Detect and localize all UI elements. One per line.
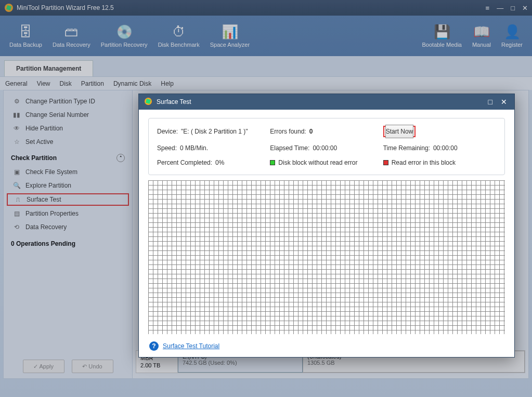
device-label: Device: — [157, 128, 178, 135]
elapsed-value: 00:00:00 — [313, 144, 337, 152]
start-now-button[interactable]: Start Now — [385, 125, 414, 138]
legend-err-label: Read error in this block — [392, 159, 456, 166]
dialog-logo-icon — [144, 97, 152, 107]
percent-value: 0% — [215, 159, 224, 166]
errors-label: Errors found: — [270, 128, 306, 135]
dialog-close-icon[interactable]: ✕ — [499, 98, 509, 106]
speed-value: 0 MB/Min. — [180, 144, 208, 152]
block-grid — [148, 180, 505, 334]
legend-ok-icon — [270, 160, 275, 165]
surface-test-dialog: Surface Test □ ✕ Device: "E: ( Disk 2 Pa… — [138, 94, 515, 358]
legend-ok-label: Disk block without read error — [278, 159, 357, 166]
device-value: "E: ( Disk 2 Partition 1 )" — [181, 128, 248, 135]
remaining-value: 00:00:00 — [433, 144, 458, 152]
errors-value: 0 — [309, 128, 313, 135]
dialog-title: Surface Test — [157, 98, 191, 105]
dialog-titlebar: Surface Test □ ✕ — [139, 94, 514, 110]
help-icon[interactable]: ? — [149, 341, 159, 351]
dialog-maximize-icon[interactable]: □ — [486, 98, 495, 106]
remaining-label: Time Remaining: — [383, 144, 430, 152]
percent-label: Percent Completed: — [157, 159, 212, 166]
tutorial-link[interactable]: Surface Test Tutorial — [163, 342, 219, 350]
info-panel: Device: "E: ( Disk 2 Partition 1 )" Erro… — [148, 118, 505, 175]
speed-label: Speed: — [157, 144, 177, 152]
elapsed-label: Elapsed Time: — [270, 144, 309, 152]
start-highlight: Start Now — [383, 126, 416, 137]
legend-err-icon — [383, 160, 388, 165]
